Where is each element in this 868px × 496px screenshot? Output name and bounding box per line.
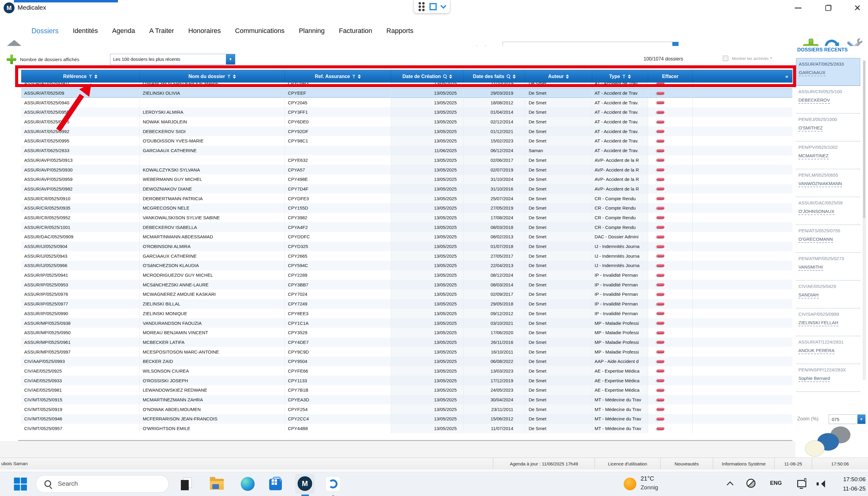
zoom-dropdown-icon[interactable]: ▼ xyxy=(857,415,865,424)
delete-icon[interactable] xyxy=(656,389,665,392)
table-row[interactable]: ASSUR/IP/0525/0990ZIELINSKI MONIQUECPY8E… xyxy=(21,309,792,319)
delete-icon[interactable] xyxy=(656,187,665,190)
sidebar-scrollbar[interactable] xyxy=(863,61,866,379)
delete-icon[interactable] xyxy=(656,312,665,315)
sort-icon[interactable] xyxy=(513,74,516,79)
tab-communications[interactable]: Communications xyxy=(235,27,284,35)
table-row[interactable]: CIV/MT/0525/0919O'NOWAK ABDELMOUMENCPYF2… xyxy=(21,404,792,414)
table-row[interactable]: ASSUR/CR/0525/0935MCGRECOSON NELECPY155D… xyxy=(21,203,792,213)
sync-app-button[interactable] xyxy=(325,476,341,492)
recent-dossier-item[interactable]: ASSUR/AT/0625/2833GARCIAAUX xyxy=(796,58,860,86)
close-button[interactable]: ✕ xyxy=(849,2,866,14)
column-header-type[interactable]: Type xyxy=(592,70,648,82)
table-row[interactable]: ASSUR/AVP/0525/0959WEBERMANN GUY MICHELC… xyxy=(21,174,792,184)
delete-icon[interactable] xyxy=(656,206,665,210)
sort-icon[interactable] xyxy=(566,74,569,79)
tab-rapports[interactable]: Rapports xyxy=(387,27,414,35)
table-row[interactable]: ASSUR/IP/0525/0953MCSáNCHEZSKI ANNE-LAUR… xyxy=(21,280,792,290)
table-row[interactable]: ASSUR/AT/0525/09ZIELINSKI OLIVIACPYEEF13… xyxy=(21,88,792,98)
table-row[interactable]: CIV/AE/0525/0981LEWANDOWSKIEZ REDWANECPY… xyxy=(21,385,792,395)
delete-icon[interactable] xyxy=(656,178,665,181)
column-header-effacer[interactable]: Effacer xyxy=(648,70,693,82)
tab-facturation[interactable]: Facturation xyxy=(339,27,372,35)
weather-temperature[interactable]: 21°C xyxy=(640,475,654,482)
delete-icon[interactable] xyxy=(656,283,665,286)
delete-icon[interactable] xyxy=(656,149,665,152)
restore-button[interactable] xyxy=(820,2,837,14)
table-row[interactable]: ASSUR/IP/0525/0941MCRODRIGUEZOV GUY MICH… xyxy=(21,270,792,280)
news-link[interactable]: Nouveautés xyxy=(660,458,713,470)
delete-icon[interactable] xyxy=(656,360,665,363)
table-row[interactable]: ASSUR/DAC/0525/0909MCMARTINMANN ABDESSAM… xyxy=(21,232,792,242)
table-row[interactable]: CIV/MT/0525/0957O'WRIGHTSON EMILECPY44B8… xyxy=(21,424,792,433)
sort-icon[interactable] xyxy=(449,74,452,79)
grid-dots-icon[interactable] xyxy=(419,2,425,11)
recent-dossier-item[interactable]: PEN/ATMP/0525/0273VANSMITHI xyxy=(796,253,860,281)
delete-icon[interactable] xyxy=(656,331,665,334)
volume-muted-icon[interactable]: × xyxy=(817,480,826,488)
zoom-input[interactable]: 075 ▼ xyxy=(829,414,866,424)
delete-icon[interactable] xyxy=(656,245,665,248)
recent-dossier-item[interactable]: ASSUR/CR/0525/100DEBECKEROV xyxy=(796,86,860,114)
delete-icon[interactable] xyxy=(656,82,665,85)
delete-icon[interactable] xyxy=(656,92,665,95)
table-row[interactable]: CIV/MT/0525/0946MCFERRARISON JEAN-FRANCO… xyxy=(21,414,792,424)
delete-icon[interactable] xyxy=(656,350,665,353)
table-row[interactable]: ASSUR/MP/0525/0961MCBECKER LATIFACPY4DE7… xyxy=(21,338,792,347)
table-row[interactable]: ASSUR/CR/0525/1001DEBECKEROV ISABELLACPY… xyxy=(21,222,792,232)
add-icon[interactable] xyxy=(7,55,16,64)
recent-dossier-item[interactable]: ASSUR/DAC/0525/09O'JOHNSONAUX xyxy=(796,197,860,225)
task-view-button[interactable] xyxy=(180,476,196,492)
fullscreen-icon[interactable] xyxy=(430,3,437,10)
file-explorer-button[interactable] xyxy=(209,476,225,492)
license-link[interactable]: Licence d'utilisation xyxy=(594,458,660,470)
search-filter-icon[interactable] xyxy=(507,74,511,78)
header-overflow-indicator[interactable]: » xyxy=(693,70,792,82)
delete-icon[interactable] xyxy=(656,341,665,344)
delete-icon[interactable] xyxy=(656,303,665,306)
start-button[interactable] xyxy=(14,478,27,491)
table-row[interactable]: ASSUR/AT/0525/0955LEROYSKI ALMIRACPY3FF1… xyxy=(21,107,792,117)
weather-description[interactable]: Zonnig xyxy=(640,484,658,491)
recent-dossier-item[interactable]: ASSUR/AT/1224/2831ANOUK PERERA xyxy=(796,336,860,364)
delete-icon[interactable] xyxy=(656,168,665,171)
tray-expand-icon[interactable] xyxy=(727,481,734,489)
minimize-button[interactable] xyxy=(790,2,806,14)
filter-funnel-icon[interactable] xyxy=(622,75,626,78)
table-row[interactable]: ASSUR/MP/0525/0938VANDURANDSON FAOUZIACP… xyxy=(21,318,792,328)
table-row[interactable]: ASSUR/AT/0525/0975NOWAK MARJOLEINCPY6DE0… xyxy=(21,117,792,127)
column-header-date-de-cr-ation[interactable]: Date de Création xyxy=(391,70,464,82)
delete-icon[interactable] xyxy=(656,101,665,104)
delete-icon[interactable] xyxy=(656,254,665,258)
delete-icon[interactable] xyxy=(656,379,665,382)
onedrive-paused-icon[interactable] xyxy=(746,479,756,488)
network-icon[interactable] xyxy=(797,479,806,489)
delete-icon[interactable] xyxy=(656,120,665,123)
column-header-ref-assurance[interactable]: Ref. Assurance xyxy=(285,70,391,82)
recent-dossier-item[interactable]: PEN/LM/0525/0655VANWOZNIAKMANN xyxy=(796,169,860,197)
table-row[interactable]: ASSUR/IP/0525/0976MCWAGNEREZ AMOUIE KASK… xyxy=(21,290,792,299)
table-row[interactable]: ASSUR/AVP/0525/0930KOWALCZYKSKI SYLVANAC… xyxy=(21,165,792,174)
sort-icon[interactable] xyxy=(358,74,361,79)
show-archived-checkbox[interactable] xyxy=(723,56,728,61)
table-row[interactable]: ASSUR/AT/0525/0907O'BIANCHIOV FREDERIQUE… xyxy=(21,82,792,88)
table-row[interactable]: CIV/AE/0525/0925WILSONSON CIUREACPYFE661… xyxy=(21,366,792,376)
delete-icon[interactable] xyxy=(656,216,665,219)
sort-icon[interactable] xyxy=(94,74,97,79)
table-row[interactable]: ASSUR/AVP/0525/0913CPYE63213/05/202502/0… xyxy=(21,155,792,165)
table-row[interactable]: ASSUR/AT/0525/0995O'DUBOISSON YVES-MARIE… xyxy=(21,136,792,146)
table-row[interactable]: ASSUR/CR/0525/0910DEROBERTMANN PATRICIAC… xyxy=(21,193,792,203)
delete-icon[interactable] xyxy=(656,408,665,411)
chevron-down-icon[interactable] xyxy=(440,3,446,9)
delete-icon[interactable] xyxy=(656,293,665,296)
tab-dossiers[interactable]: Dossiers xyxy=(31,27,58,35)
delete-icon[interactable] xyxy=(656,369,665,372)
microsoft-store-button[interactable] xyxy=(268,476,284,492)
table-row[interactable]: CIV/AE/0525/0933O'ROSSISKI JOSEPHCPY1133… xyxy=(21,376,792,385)
weather-icon[interactable] xyxy=(624,478,636,490)
table-row[interactable]: ASSUR/AVP/0525/0982DEWOZNIAKOV DIANECPY7… xyxy=(21,184,792,194)
delete-icon[interactable] xyxy=(656,427,665,430)
recent-dossier-item[interactable]: PEN/INSPP/1224/283XSophie Bernard xyxy=(796,364,860,392)
table-row[interactable]: ASSUR/MP/0525/0997MCESPOSITOSON MARC-ANT… xyxy=(21,347,792,357)
search-filter-icon[interactable] xyxy=(443,74,447,78)
